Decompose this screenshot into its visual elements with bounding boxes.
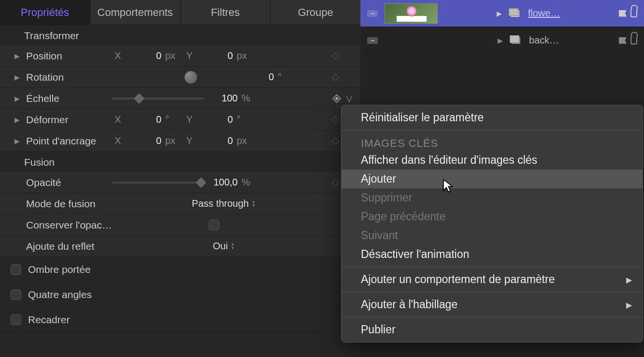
collapse-icon[interactable]: − bbox=[367, 10, 378, 17]
row-preserve-opacity: ▶ Conserver l'opac… bbox=[0, 214, 360, 236]
layer-name[interactable]: back… bbox=[529, 35, 559, 46]
y-label: Y bbox=[184, 114, 195, 125]
flag-icon[interactable] bbox=[619, 10, 627, 17]
menu-add-param-behavior[interactable]: Ajouter un comportement de paramètre▶ bbox=[342, 270, 643, 289]
layer-flower[interactable]: − ▶ flowe… bbox=[360, 0, 644, 27]
flag-icon[interactable] bbox=[619, 37, 627, 44]
scale-label: Échelle bbox=[26, 93, 112, 104]
lock-icon[interactable] bbox=[630, 10, 637, 17]
keyframe-icon[interactable] bbox=[332, 116, 340, 124]
menu-separator bbox=[342, 130, 643, 130]
opacity-slider[interactable] bbox=[112, 182, 204, 184]
row-blend-mode: ▶ Mode de fusion Pass through ▲▼ bbox=[0, 193, 360, 214]
unit-px: px bbox=[165, 135, 180, 146]
lock-icon[interactable] bbox=[630, 37, 637, 44]
anchor-y-field[interactable]: 0 bbox=[199, 135, 233, 146]
blend-mode-label: Mode de fusion bbox=[26, 198, 112, 210]
y-label: Y bbox=[184, 50, 195, 61]
unit-px: px bbox=[165, 50, 180, 61]
menu-reset-parameter[interactable]: Réinitialiser le paramètre bbox=[342, 108, 643, 127]
keyframe-icon[interactable] bbox=[332, 179, 340, 186]
unit-pct: % bbox=[242, 177, 256, 188]
cast-reflection-label: Ajoute du reflet bbox=[26, 241, 112, 252]
disclose-triangle-icon[interactable]: ▶ bbox=[498, 37, 503, 44]
disclose-triangle-icon[interactable]: ▶ bbox=[14, 73, 23, 81]
menu-delete-keyframe: Supprimer bbox=[342, 188, 643, 207]
menu-publish[interactable]: Publier bbox=[342, 320, 643, 339]
unit-px: px bbox=[237, 50, 251, 61]
anchor-x-field[interactable]: 0 bbox=[128, 135, 161, 146]
stepper-icon: ▲▼ bbox=[252, 200, 256, 208]
row-drop-shadow: Ombre portée bbox=[0, 257, 360, 282]
tab-group[interactable]: Groupe bbox=[271, 0, 360, 25]
animation-menu-button[interactable]: ⋁ bbox=[346, 95, 352, 102]
shear-x-field[interactable]: 0 bbox=[128, 114, 161, 125]
preserve-opacity-checkbox[interactable] bbox=[209, 220, 219, 230]
row-cast-reflection: ▶ Ajoute du reflet Oui ▲▼ bbox=[0, 236, 360, 257]
cast-reflection-value: Oui bbox=[213, 241, 228, 252]
collapse-icon[interactable]: − bbox=[367, 37, 378, 44]
menu-separator bbox=[342, 292, 643, 292]
crop-checkbox[interactable] bbox=[11, 314, 21, 325]
disclose-triangle-icon[interactable]: ▶ bbox=[14, 95, 23, 102]
layer-name[interactable]: flowe… bbox=[528, 8, 560, 19]
disclose-triangle-icon[interactable]: ▶ bbox=[497, 10, 502, 17]
tab-filters[interactable]: Filtres bbox=[181, 0, 271, 25]
blend-mode-value: Pass through bbox=[192, 198, 249, 209]
shear-y-field[interactable]: 0 bbox=[199, 114, 233, 125]
menu-add-to-rig[interactable]: Ajouter à l'habillage▶ bbox=[342, 295, 643, 314]
layer-thumbnail bbox=[385, 3, 438, 24]
menu-separator bbox=[342, 317, 643, 317]
preserve-opacity-label: Conserver l'opac… bbox=[26, 219, 112, 231]
row-shear: ▶ Déformer X 0 ° Y 0 ° bbox=[0, 109, 360, 130]
menu-add-keyframe[interactable]: Ajouter bbox=[342, 170, 643, 188]
position-x-field[interactable]: 0 bbox=[128, 50, 161, 61]
unit-deg: ° bbox=[278, 71, 292, 83]
inspector-panel: Propriétés Comportements Filtres Groupe … bbox=[0, 0, 360, 357]
anchor-label: Point d'ancrage bbox=[26, 135, 112, 147]
x-label: X bbox=[112, 135, 124, 146]
keyframe-icon[interactable] bbox=[332, 137, 340, 145]
row-crop: Recadrer bbox=[0, 307, 360, 332]
row-position: ▶ Position X 0 px Y 0 px bbox=[0, 45, 360, 67]
position-y-field[interactable]: 0 bbox=[199, 50, 233, 61]
rotation-field[interactable]: 0 bbox=[240, 71, 274, 83]
row-opacity: ▶ Opacité 100,0 % bbox=[0, 172, 360, 193]
drop-shadow-checkbox[interactable] bbox=[11, 264, 21, 275]
disclose-triangle-icon[interactable]: ▶ bbox=[14, 137, 23, 145]
row-four-corner: Quatre angles bbox=[0, 282, 360, 307]
menu-show-keyframe-editor[interactable]: Afficher dans l'éditeur d'images clés bbox=[342, 151, 643, 170]
submenu-arrow-icon: ▶ bbox=[626, 275, 632, 284]
unit-px: px bbox=[237, 135, 251, 146]
scale-field[interactable]: 100 bbox=[204, 93, 238, 104]
keyframe-active-icon[interactable] bbox=[332, 94, 341, 103]
disclose-triangle-icon[interactable]: ▶ bbox=[14, 52, 23, 60]
opacity-field[interactable]: 100,0 bbox=[204, 177, 238, 188]
cast-reflection-dropdown[interactable]: Oui ▲▼ bbox=[112, 241, 355, 252]
row-scale: ▶ Échelle 100 % ⋁ bbox=[0, 88, 360, 109]
disclose-triangle-icon[interactable]: ▶ bbox=[14, 116, 23, 124]
crop-label: Recadrer bbox=[28, 314, 70, 326]
four-corner-checkbox[interactable] bbox=[11, 289, 21, 300]
tab-behaviors[interactable]: Comportements bbox=[90, 0, 181, 25]
x-label: X bbox=[112, 50, 124, 61]
blend-mode-dropdown[interactable]: Pass through ▲▼ bbox=[112, 198, 355, 209]
keyframe-icon[interactable] bbox=[332, 52, 340, 60]
rotation-dial[interactable] bbox=[185, 71, 197, 84]
position-label: Position bbox=[26, 50, 112, 62]
tab-properties[interactable]: Propriétés bbox=[0, 0, 90, 25]
row-rotation: ▶ Rotation 0 ° bbox=[0, 67, 360, 88]
menu-previous-keyframe: Page précédente bbox=[342, 207, 643, 226]
x-label: X bbox=[112, 114, 124, 125]
menu-disable-animation[interactable]: Désactiver l'animation bbox=[342, 245, 643, 264]
scale-slider[interactable] bbox=[112, 98, 204, 100]
drop-shadow-label: Ombre portée bbox=[28, 264, 91, 275]
unit-pct: % bbox=[242, 93, 256, 104]
shear-label: Déformer bbox=[26, 114, 112, 126]
unit-deg: ° bbox=[165, 114, 180, 125]
menu-separator bbox=[342, 267, 643, 267]
animation-context-menu: Réinitialiser le paramètre IMAGES CLÉS A… bbox=[341, 105, 643, 343]
menu-next-keyframe: Suivant bbox=[342, 226, 643, 245]
layer-background[interactable]: − ▶ back… bbox=[360, 27, 644, 54]
menu-section-keyframes: IMAGES CLÉS bbox=[342, 133, 643, 151]
